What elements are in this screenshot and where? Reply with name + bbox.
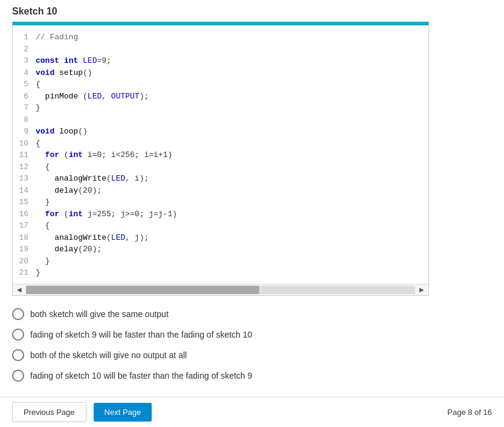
code-line: void setup()	[36, 67, 424, 79]
code-line: const int LED=9;	[36, 55, 424, 67]
code-line: }	[36, 255, 424, 268]
code-line: for (int j=255; j>=0; j=j-1)	[36, 208, 424, 220]
code-line: {	[36, 220, 424, 232]
line-number: 19	[15, 243, 28, 255]
scroll-left-arrow[interactable]: ◀	[15, 286, 24, 294]
option-label-3: both of the sketch will give no output a…	[30, 350, 187, 360]
page-info: Page 8 of 16	[447, 408, 492, 417]
page-container: Sketch 10 123456789101112131415161718192…	[0, 0, 504, 427]
line-number: 1	[15, 31, 28, 43]
line-number: 16	[15, 208, 28, 220]
scroll-right-arrow[interactable]: ▶	[418, 286, 426, 294]
line-number: 2	[15, 43, 28, 56]
code-line: }	[36, 196, 424, 208]
line-number: 18	[15, 232, 28, 244]
radio-circle-2[interactable]	[12, 329, 24, 341]
line-number: 15	[15, 196, 28, 208]
code-line	[36, 43, 424, 56]
line-number: 5	[15, 79, 28, 91]
code-line: pinMode (LED, OUTPUT);	[36, 91, 424, 103]
footer: Previous Page Next Page Page 8 of 16	[0, 397, 504, 427]
line-number: 21	[15, 267, 28, 279]
code-line: analogWrite(LED, j);	[36, 232, 424, 244]
option-label-4: fading of sketch 10 will be faster than …	[30, 371, 252, 380]
line-number: 8	[15, 114, 28, 126]
next-page-button[interactable]: Next Page	[94, 403, 152, 422]
line-number: 3	[15, 55, 28, 67]
line-number: 9	[15, 126, 28, 138]
code-line: // Fading	[36, 31, 424, 43]
options-container: both sketch will give the same outputfad…	[12, 308, 492, 382]
line-number: 13	[15, 173, 28, 185]
code-line: delay(20);	[36, 185, 424, 197]
code-line: {	[36, 79, 424, 91]
code-line	[36, 114, 424, 126]
option-item-3[interactable]: both of the sketch will give no output a…	[12, 349, 492, 361]
line-number: 4	[15, 67, 28, 79]
scrollbar-container: ◀ ▶	[13, 284, 428, 295]
line-number: 14	[15, 185, 28, 197]
code-line: for (int i=0; i<256; i=i+1)	[36, 149, 424, 161]
line-number: 20	[15, 255, 28, 268]
radio-circle-1[interactable]	[12, 308, 24, 320]
line-number: 10	[15, 138, 28, 150]
code-line: delay(20);	[36, 243, 424, 255]
line-number: 7	[15, 102, 28, 114]
scrollbar-thumb	[26, 286, 259, 294]
radio-circle-3[interactable]	[12, 349, 24, 361]
line-number: 17	[15, 220, 28, 232]
scrollbar-track	[26, 286, 415, 294]
code-line: {	[36, 138, 424, 150]
option-item-4[interactable]: fading of sketch 10 will be faster than …	[12, 370, 492, 382]
sketch-title: Sketch 10	[12, 6, 492, 17]
line-number: 11	[15, 149, 28, 161]
code-line: }	[36, 267, 424, 279]
radio-circle-4[interactable]	[12, 370, 24, 382]
code-line: }	[36, 102, 424, 114]
option-label-1: both sketch will give the same output	[30, 309, 169, 319]
code-line: {	[36, 161, 424, 173]
code-lines: // Fading const int LED=9;void setup(){ …	[31, 31, 428, 279]
line-number: 12	[15, 161, 28, 173]
teal-bar	[13, 24, 428, 25]
line-number: 6	[15, 91, 28, 103]
option-item-2[interactable]: fading of sketch 9 will be faster than t…	[12, 329, 492, 341]
code-area: 123456789101112131415161718192021 // Fad…	[13, 27, 428, 284]
line-numbers: 123456789101112131415161718192021	[13, 31, 31, 279]
option-label-2: fading of sketch 9 will be faster than t…	[30, 330, 252, 339]
previous-page-button[interactable]: Previous Page	[12, 402, 86, 422]
code-line: analogWrite(LED, i);	[36, 173, 424, 185]
option-item-1[interactable]: both sketch will give the same output	[12, 308, 492, 320]
code-line: void loop()	[36, 126, 424, 138]
code-container: 123456789101112131415161718192021 // Fad…	[12, 22, 429, 296]
